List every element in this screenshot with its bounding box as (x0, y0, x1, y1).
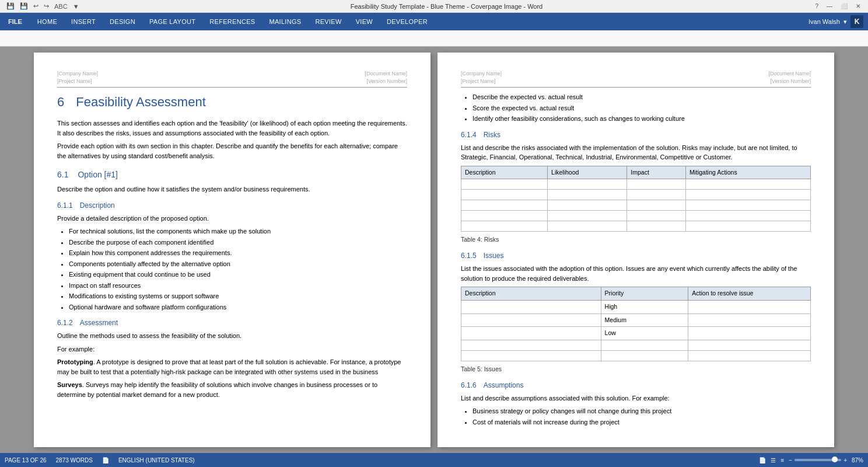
help-button[interactable]: ? (812, 2, 821, 10)
bullet-item: Describe the purpose of each component i… (69, 238, 407, 248)
view-icon-print[interactable]: 📄 (759, 457, 766, 463)
section-616-heading: 6.1.6 Assumptions (461, 380, 811, 391)
tab-view[interactable]: VIEW (349, 13, 380, 30)
s612-body: Outline the methods used to assess the f… (57, 331, 407, 341)
priority-cell: High (601, 300, 688, 313)
col-impact: Impact (627, 166, 686, 179)
table-row (461, 179, 811, 190)
tab-home[interactable]: HOME (30, 13, 64, 30)
section-615-heading: 6.1.5 Issues (461, 250, 811, 261)
bullets-611: For technical solutions, list the compon… (69, 226, 407, 312)
intro-paragraph-2: Provide each option with its own section… (57, 141, 407, 161)
view-icon-web[interactable]: ☰ (771, 457, 776, 463)
bullets-top: Describe the expected vs. actual result … (473, 92, 811, 124)
priority-cell: Medium (601, 313, 688, 327)
page-left: [Company Name] [Project Name] [Document … (34, 53, 430, 447)
status-bar: PAGE 13 OF 26 2873 WORDS 📄 ENGLISH (UNIT… (0, 453, 868, 467)
view-icon-outline[interactable]: ≡ (780, 457, 784, 463)
bullet-item: Identify other feasibility consideration… (473, 114, 811, 124)
zoom-track[interactable] (794, 459, 841, 461)
risks-table: Description Likelihood Impact Mitigating… (461, 166, 811, 232)
language: ENGLISH (UNITED STATES) (118, 457, 195, 463)
ribbon-tabs: FILE HOME INSERT DESIGN PAGE LAYOUT REFE… (0, 13, 868, 30)
zoom-thumb[interactable] (832, 456, 838, 462)
table-row: High (461, 300, 811, 313)
maximize-button[interactable]: ⬜ (838, 2, 850, 10)
section-614-heading: 6.1.4 Risks (461, 130, 811, 140)
title-bar: 💾 💾 ↩ ↪ ABC ▼ Feasibility Study Template… (0, 0, 868, 13)
bullet-item: Score the expected vs. actual result (473, 103, 811, 113)
table-row: Medium (461, 313, 811, 327)
col-likelihood: Likelihood (548, 166, 627, 179)
col-priority: Priority (601, 287, 688, 301)
user-dropdown-icon[interactable]: ▾ (844, 18, 847, 26)
bullet-item: Describe the expected vs. actual result (473, 92, 811, 102)
window-controls[interactable]: ? — ⬜ ✕ (812, 2, 863, 10)
intro-paragraph-1: This section assesses and identifies eac… (57, 119, 407, 138)
tab-page-layout[interactable]: PAGE LAYOUT (142, 13, 202, 30)
priority-cell: Low (601, 327, 688, 340)
save-icon[interactable]: 💾 (5, 2, 16, 11)
bullet-item: Existing equipment that could continue t… (69, 270, 407, 280)
s612-proto: Prototyping. A prototype is designed to … (57, 357, 407, 377)
table-row (461, 340, 811, 351)
header-company-right: [Company Name] [Project Name] (461, 70, 502, 85)
minimize-button[interactable]: — (824, 2, 835, 10)
s611-body: Provide a detailed description of the pr… (57, 214, 407, 224)
s61-body: Describe the option and outline how it s… (57, 184, 407, 194)
tab-developer[interactable]: DEVELOPER (380, 13, 435, 30)
col-description: Description (461, 287, 601, 301)
col-mitigating: Mitigating Actions (685, 166, 810, 179)
section-6-heading: 6 Feasibility Assessment (57, 92, 407, 111)
table-row (461, 351, 811, 361)
quick-access-toolbar[interactable]: 💾 💾 ↩ ↪ ABC ▼ (5, 2, 81, 11)
assumptions-bullets: Business strategy or policy changes will… (473, 406, 811, 427)
spellcheck-icon[interactable]: ABC (52, 2, 69, 11)
header-docname-right: [Document Name] [Version Number] (768, 70, 811, 85)
redo-icon[interactable]: ↪ (42, 2, 51, 11)
table-row: Low (461, 327, 811, 340)
zoom-out-icon[interactable]: − (789, 457, 792, 463)
zoom-slider[interactable]: − + (789, 457, 847, 463)
s614-body: List and describe the risks associated w… (461, 143, 811, 162)
bullet-item: Explain how this component addresses the… (69, 248, 407, 258)
bullet-item: Optional hardware and software platform … (69, 302, 407, 312)
header-company-left: [Company Name] [Project Name] (57, 70, 98, 85)
user-area: Ivan Walsh ▾ K (808, 15, 868, 28)
s615-body: List the issues associated with the adop… (461, 264, 811, 283)
save2-icon[interactable]: 💾 (18, 2, 30, 11)
file-tab[interactable]: FILE (0, 13, 30, 30)
bullet-item: Modifications to existing systems or sup… (69, 291, 407, 301)
tab-design[interactable]: DESIGN (103, 13, 142, 30)
table-row (461, 211, 811, 221)
ribbon-content (0, 30, 868, 47)
customize-icon[interactable]: ▼ (71, 2, 81, 11)
status-right: 📄 ☰ ≡ − + 87% (759, 457, 863, 463)
page-info: PAGE 13 OF 26 (5, 457, 47, 463)
tab-mailings[interactable]: MAILINGS (262, 13, 308, 30)
s616-body: List and describe assumptions associated… (461, 393, 811, 403)
undo-icon[interactable]: ↩ (32, 2, 40, 11)
zoom-in-icon[interactable]: + (844, 457, 847, 463)
section-61-heading: 6.1 Option [#1] (57, 169, 407, 181)
table-row (461, 221, 811, 232)
table-row (461, 190, 811, 200)
table5-caption: Table 5: Issues (461, 365, 811, 374)
ribbon: FILE HOME INSERT DESIGN PAGE LAYOUT REFE… (0, 13, 868, 30)
avatar[interactable]: K (850, 15, 863, 28)
tab-insert[interactable]: INSERT (64, 13, 103, 30)
bullet-item: Cost of materials will not increase duri… (473, 417, 811, 427)
section-611-heading: 6.1.1 Description (57, 200, 407, 211)
zoom-percent[interactable]: 87% (852, 457, 863, 463)
tab-review[interactable]: REVIEW (308, 13, 348, 30)
table4-caption: Table 4: Risks (461, 235, 811, 245)
s612-survey: Surveys. Surveys may help identify the f… (57, 380, 407, 399)
main-area: [Company Name] [Project Name] [Document … (0, 47, 868, 453)
section-612-heading: 6.1.2 Assessment (57, 318, 407, 328)
close-button[interactable]: ✕ (853, 2, 863, 10)
doc-icon: 📄 (102, 457, 109, 463)
page-header-right: [Company Name] [Project Name] [Document … (461, 70, 811, 88)
bullet-item: For technical solutions, list the compon… (69, 226, 407, 236)
tab-references[interactable]: REFERENCES (202, 13, 262, 30)
page-right: [Company Name] [Project Name] [Document … (438, 53, 834, 447)
